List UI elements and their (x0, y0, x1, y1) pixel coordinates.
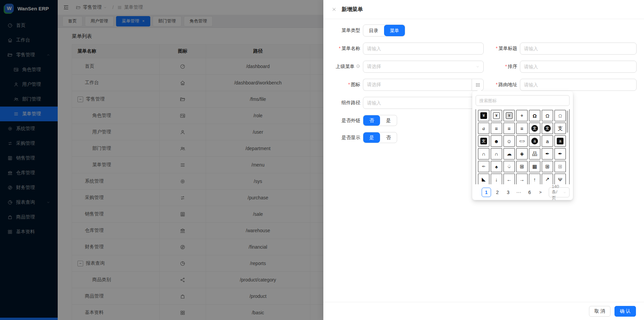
field-menu-name: *菜单名称 (327, 43, 484, 55)
icon-option-ant-design-outlined[interactable]: ◈ (516, 148, 528, 159)
page-6[interactable]: 6 (525, 188, 534, 197)
alipay-circle-outlined-icon: 支 (544, 125, 551, 132)
aliwangwang-filled-icon: ☻ (494, 138, 499, 144)
icon-option-alipay-circle-outlined[interactable]: 支 (542, 123, 553, 134)
icon-option-android-filled[interactable]: ∩ (478, 148, 489, 159)
icon-option-account-book-filled[interactable]: ¥ (478, 110, 489, 121)
page-1[interactable]: 1 (482, 188, 491, 197)
icon-option-align-left-outlined[interactable]: ≡ (503, 123, 515, 134)
icon-option-align-center-outlined[interactable]: ≡ (491, 123, 502, 134)
page-size-label: 140 条/页 (552, 184, 561, 201)
icon-option-audio-outlined[interactable]: Ψ (554, 174, 566, 184)
arrow-down-outlined-icon: ↓ (495, 177, 498, 182)
align-left-outlined-icon: ≡ (508, 126, 511, 131)
cancel-button[interactable]: 取 消 (589, 306, 610, 317)
route-label: *路由地址 (485, 82, 520, 88)
menu-title-label: *菜单标题 (485, 46, 520, 52)
close-icon[interactable] (331, 7, 337, 12)
account-book-filled-icon: ¥ (480, 112, 487, 119)
icon-option-apartment-outlined[interactable]: 品 (529, 148, 540, 159)
parent-menu-select[interactable]: 请选择 (363, 61, 484, 73)
popup-scrollbar-thumb[interactable] (567, 111, 568, 133)
icon-option-arrow-right-outlined[interactable]: → (516, 174, 528, 184)
icon-option-amazon-circle-filled[interactable]: a (529, 135, 540, 147)
arrows-alt-outlined-icon: ↗ (545, 176, 550, 182)
confirm-button[interactable]: 确 认 (614, 306, 636, 317)
icon-option-aim-outlined[interactable]: ⌖ (516, 110, 528, 121)
icon-option-account-book-twotone[interactable]: ¥ (503, 110, 515, 121)
component-path-input[interactable] (363, 97, 484, 109)
icon-option-amazon-square-filled[interactable]: a (554, 135, 566, 147)
icon-option-alipay-square-filled[interactable]: 支 (478, 135, 489, 147)
option-是[interactable]: 是 (380, 115, 397, 126)
arrow-up-outlined-icon: ↑ (533, 177, 536, 182)
chevron-down-icon (476, 65, 480, 69)
menu-name-input[interactable] (363, 43, 484, 55)
icon-option-align-right-outlined[interactable]: ≡ (516, 123, 528, 134)
option-菜单[interactable]: 菜单 (384, 25, 405, 36)
icon-option-appstore-outlined[interactable]: ⊞ (542, 161, 553, 172)
icon-option-appstore-filled[interactable]: ▦ (529, 161, 540, 172)
icon-option-api-twotone[interactable]: ✒ (478, 161, 489, 172)
align-right-outlined-icon: ≡ (521, 126, 524, 131)
option-目录[interactable]: 目录 (363, 25, 384, 36)
icon-search-input[interactable] (476, 95, 570, 106)
arrow-right-outlined-icon: → (520, 177, 525, 182)
arrow-left-outlined-icon: ← (507, 177, 512, 182)
align-center-outlined-icon: ≡ (495, 126, 498, 131)
menu-title-input[interactable] (520, 43, 637, 55)
drawer-footer: 取 消 确 认 (323, 302, 644, 320)
icon-option-alert-twotone[interactable]: Ω (554, 110, 566, 121)
icon-option-android-outlined[interactable]: ∩ (491, 148, 502, 159)
icon-option-account-book-outlined[interactable]: ¥ (491, 110, 502, 121)
icon-select[interactable]: 请选择 (363, 79, 472, 91)
appstore-filled-icon: ▦ (532, 164, 537, 170)
page-2[interactable]: 2 (493, 188, 502, 197)
alibaba-outlined-icon: a (482, 126, 485, 131)
aliyun-outlined-icon: ⊂⊃ (519, 139, 525, 143)
field-menu-type: *菜单类型 目录菜单 (327, 24, 405, 37)
icon-option-arrow-down-outlined[interactable]: ↓ (491, 174, 502, 184)
icon-option-appstore-twotone[interactable]: ⊞ (554, 161, 566, 172)
external-link-label: *是否外链 (327, 118, 363, 124)
icon-option-api-filled[interactable]: ✒ (542, 148, 553, 159)
icon-option-arrow-left-outlined[interactable]: ← (503, 174, 515, 184)
icon-option-api-outlined[interactable]: ✒ (554, 148, 566, 159)
icon-option-alipay-circle-filled[interactable]: 支 (529, 123, 540, 134)
visible-label: *是否显示 (327, 135, 363, 141)
account-book-outlined-icon: ¥ (493, 112, 500, 119)
field-icon: *图标 请选择 (327, 79, 484, 91)
icon-option-aliwangwang-outlined[interactable]: ☺ (503, 135, 515, 147)
icon-picker-button[interactable] (472, 79, 484, 91)
icon-option-alert-filled[interactable]: Ω (529, 110, 540, 121)
page-3[interactable]: 3 (504, 188, 513, 197)
field-external-link: *是否外链 否是 (327, 115, 397, 126)
menu-name-label: *菜单名称 (327, 46, 363, 52)
icon-option-apple-outlined[interactable]: ♤ (503, 161, 515, 172)
drawer-header: 新增菜单 (323, 0, 644, 19)
icon-option-ant-cloud-outlined[interactable]: ☁ (503, 148, 515, 159)
icon-option-alert-outlined[interactable]: Ω (542, 110, 553, 121)
icon-option-alipay-outlined[interactable]: 支 (554, 123, 566, 134)
sort-input[interactable] (520, 61, 637, 73)
icon-option-arrows-alt-outlined[interactable]: ↗ (542, 174, 553, 184)
icon-option-arrow-up-outlined[interactable]: ↑ (529, 174, 540, 184)
icon-option-aliyun-outlined[interactable]: ⊂⊃ (516, 135, 528, 147)
icon-option-appstore-add-outlined[interactable]: ⊞ (516, 161, 528, 172)
option-是[interactable]: 是 (363, 132, 380, 143)
route-input[interactable] (520, 79, 637, 91)
icon-option-apple-filled[interactable]: ♠ (491, 161, 502, 172)
icon-option-area-chart-outlined[interactable]: ◣ (478, 174, 489, 184)
icon-option-aliwangwang-filled[interactable]: ☻ (491, 135, 502, 147)
option-否[interactable]: 否 (380, 132, 397, 143)
apple-outlined-icon: ♤ (507, 164, 511, 170)
page-size-select[interactable]: 140 条/页 (549, 187, 570, 197)
icon-option-amazon-outlined[interactable]: a (542, 135, 553, 147)
component-path-label: *组件路径 (327, 100, 363, 106)
option-否[interactable]: 否 (363, 115, 380, 126)
icon-option-alibaba-outlined[interactable]: a (478, 123, 489, 134)
field-visible: *是否显示 是否 (327, 132, 397, 143)
amazon-square-filled-icon: a (557, 138, 564, 144)
field-component-path: *组件路径 (327, 97, 484, 109)
next-page-button[interactable]: > (536, 188, 545, 197)
